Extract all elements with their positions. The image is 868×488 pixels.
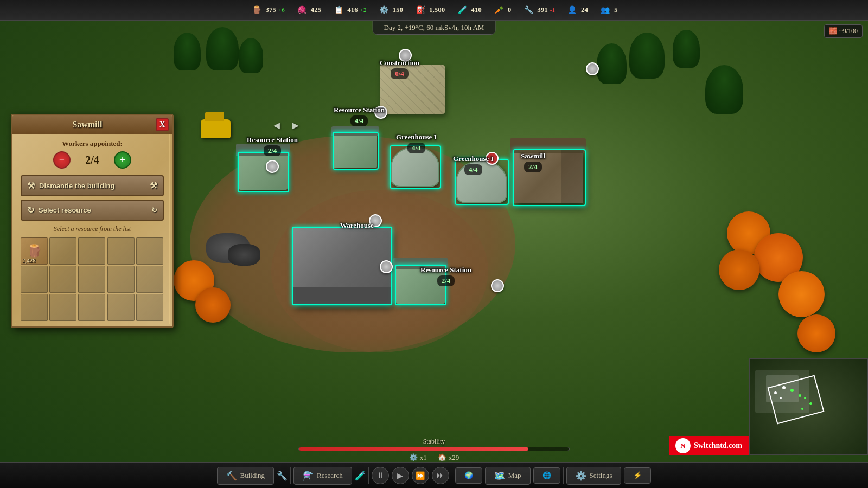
resource-workers: 👤 24 <box>566 4 588 15</box>
bottom-toolbar: 🔨 Building 🔧 ⚗️ Research 🧪 ⏸ ▶ ⏩ ⏭ 🌍 🗺️ … <box>0 462 868 488</box>
extra-button[interactable]: ⚡ <box>624 467 651 484</box>
workers-control: − 2/4 + <box>21 151 164 169</box>
building-nav-7[interactable] <box>491 279 504 292</box>
workers-label: Workers appointed: <box>21 139 164 148</box>
building-nav-6[interactable] <box>586 62 599 75</box>
stability-bar <box>298 447 570 451</box>
resource-wood: 🪵 375 +6 <box>251 4 285 15</box>
sawmill-panel: Sawmill X Workers appointed: − 2/4 + ⚒ D… <box>11 114 174 328</box>
scroll-arrow-right[interactable]: ► <box>290 119 301 132</box>
cloth-icon: 🧶 <box>296 4 309 15</box>
inventory-slot-8[interactable] <box>107 266 135 293</box>
stability-house-count: x29 <box>449 453 459 462</box>
planks-count: 416 <box>347 5 358 14</box>
workers-count: 24 <box>581 5 588 14</box>
inventory-slot-4[interactable] <box>136 237 163 265</box>
stability-label: Stability <box>298 438 570 446</box>
inventory-slot-7[interactable] <box>78 266 105 293</box>
wood-count: 375 <box>266 5 277 14</box>
inventory-slot-5[interactable] <box>21 266 48 293</box>
resource-special: 👥 5 <box>599 4 618 15</box>
stability-fill <box>299 447 528 451</box>
gear-icon: ⚙️ <box>409 453 418 462</box>
building-button[interactable]: 🔨 Building <box>217 467 275 485</box>
inventory-slot-11[interactable] <box>49 294 76 321</box>
map-icon: 🗺️ <box>494 471 505 481</box>
inventory-slot-12[interactable] <box>78 294 105 321</box>
research-button[interactable]: ⚗️ Research <box>293 467 352 485</box>
inventory-slot-1[interactable] <box>49 237 76 265</box>
pause-button[interactable]: ⏸ <box>372 467 389 484</box>
status-bar: Day 2, +19°C, 60 mkSv/h, 10h AM <box>373 21 496 35</box>
building-nav-red[interactable] <box>486 152 499 165</box>
metal-icon: ⚙️ <box>378 4 391 15</box>
close-button[interactable]: X <box>156 118 169 131</box>
tools-delta: -1 <box>550 7 555 13</box>
play-button[interactable]: ▶ <box>392 467 409 484</box>
inventory-slot-2[interactable] <box>78 237 105 265</box>
map-button[interactable]: 🗺️ Map <box>485 467 531 485</box>
select-resource-button[interactable]: ↻ Select resource ↻ <box>21 200 164 221</box>
nintendo-logo: N <box>675 438 691 453</box>
scroll-arrow-left[interactable]: ◄ <box>271 119 282 132</box>
dismantle-arrow-icon: ⚒ <box>150 181 157 191</box>
globe2-button[interactable]: 🌐 <box>533 467 560 484</box>
fast-forward-button[interactable]: ⏩ <box>412 467 429 484</box>
wood-delta: +6 <box>278 7 285 13</box>
metal-count: 150 <box>393 5 404 14</box>
decrease-workers-button[interactable]: − <box>53 151 71 169</box>
slot-icon-0: 🪵 <box>27 244 42 258</box>
building-nav-2[interactable] <box>266 160 279 173</box>
medicine-icon: 🧪 <box>456 4 469 15</box>
tools-count: 391 <box>537 5 548 14</box>
inventory-slot-6[interactable] <box>49 266 76 293</box>
food-icon: 🥕 <box>493 4 506 15</box>
house-icon: 🏠 <box>438 453 446 462</box>
workers-icon: 👤 <box>566 4 579 15</box>
inventory-slot-10[interactable] <box>21 294 48 321</box>
globe-button[interactable]: 🌍 <box>455 467 482 484</box>
nintendo-badge[interactable]: N Switchntd.com <box>669 436 749 455</box>
skip-button[interactable]: ⏭ <box>432 467 449 484</box>
inventory-slot-14[interactable] <box>136 294 163 321</box>
building-label: Building <box>240 471 265 480</box>
building-nav-3[interactable] <box>380 260 393 273</box>
resource-medicine: 🧪 410 <box>456 4 482 15</box>
flask-icon: ⚗️ <box>303 471 314 481</box>
fuel-icon: ⛽ <box>414 4 427 15</box>
resource-hint: Select a resource from the list <box>21 225 164 233</box>
sawmill-title-bar: Sawmill X <box>12 115 172 134</box>
medicine-count: 410 <box>471 5 482 14</box>
refresh-icon-right: ↻ <box>151 206 157 214</box>
stability-bar-container: Stability ⚙️ x1 🏠 x29 <box>298 438 570 462</box>
top-right-value: ~9/100 <box>839 27 858 35</box>
planks-delta: +2 <box>360 7 367 13</box>
toolbar-separator-2 <box>368 467 369 484</box>
dismantle-button[interactable]: ⚒ Dismantle the building ⚒ <box>21 175 164 196</box>
tools-icon: 🔧 <box>522 4 535 15</box>
worker-display: 2/4 <box>76 154 108 166</box>
map-label: Map <box>508 471 521 480</box>
building-nav-4[interactable] <box>369 214 382 227</box>
inventory-slot-9[interactable] <box>136 266 163 293</box>
dismantle-icon: ⚒ <box>27 181 35 191</box>
sawmill-body: Workers appointed: − 2/4 + ⚒ Dismantle t… <box>12 134 172 326</box>
minimap-content <box>750 359 867 454</box>
toolbar-separator-1 <box>290 467 291 484</box>
resource-fuel: ⛽ 1,500 <box>414 4 445 15</box>
minimap[interactable] <box>749 358 868 455</box>
refresh-icon-left: ↻ <box>27 205 34 215</box>
globe2-icon: 🌐 <box>542 471 551 480</box>
inventory-slot-13[interactable] <box>107 294 135 321</box>
inventory-slot-0[interactable]: 🪵 2,428 <box>21 237 48 265</box>
extra-icon: ⚡ <box>633 471 642 480</box>
building-nav-5[interactable] <box>399 49 412 62</box>
resource-tools: 🔧 391 -1 <box>522 4 555 15</box>
increase-workers-button[interactable]: + <box>114 151 131 169</box>
inventory-slot-3[interactable] <box>107 237 135 265</box>
hammer-icon: 🔨 <box>226 471 237 481</box>
stability-icon-house: 🏠 x29 <box>438 453 459 462</box>
settings-button[interactable]: ⚙️ Settings <box>566 467 622 485</box>
settings-label: Settings <box>590 471 612 480</box>
building-nav-1[interactable] <box>374 106 387 119</box>
